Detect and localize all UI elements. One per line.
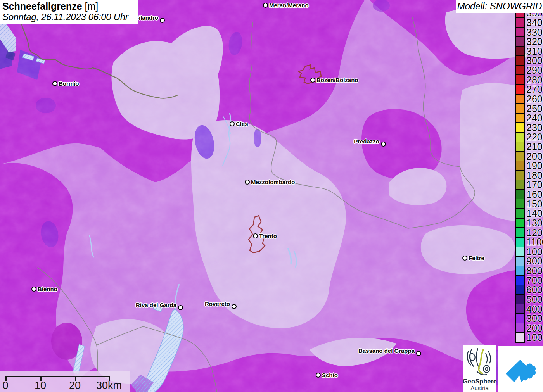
- colorbar-tick-label: 2400: [526, 113, 543, 123]
- colorbar-tick-label: 700: [526, 275, 543, 285]
- colorbar-cell: [515, 313, 525, 324]
- colorbar-tick-label: 2000: [526, 151, 543, 161]
- colorbar-tick-label: 2100: [526, 142, 543, 151]
- geosphere-country: Austria: [463, 385, 496, 392]
- colorbar-tick-label: 400: [526, 304, 543, 314]
- colorbar-tick-label: 2800: [526, 75, 543, 85]
- geosphere-name: GeoSphere: [463, 378, 496, 385]
- colorbar-cell: [515, 304, 525, 314]
- geosphere-logo: GeoSphere Austria: [463, 345, 496, 392]
- title-box: Schneefallgrenze [m] Sonntag, 26.11.2023…: [0, 0, 138, 24]
- colorbar-tick-label: 1100: [526, 237, 543, 247]
- scalebar-tick-label: 10: [35, 379, 46, 392]
- valid-datetime: Sonntag, 26.11.2023 06:00 Uhr: [2, 12, 136, 22]
- colorbar-cell: [515, 237, 525, 247]
- colorbar-cell: [515, 132, 525, 142]
- colorbar-tick-label: 1000: [526, 247, 543, 256]
- product-unit: [m]: [85, 1, 99, 12]
- colorbar-cell: [515, 84, 525, 95]
- colorbar-tick-label: 900: [526, 256, 543, 266]
- page-title: Schneefallgrenze [m]: [2, 1, 136, 12]
- colorbar-cell: [515, 46, 525, 56]
- colorbar-cell: [515, 103, 525, 114]
- colorbar-tick-label: 3300: [526, 27, 543, 37]
- colorbar-cell: [515, 227, 525, 238]
- colorbar-cell: [515, 285, 525, 295]
- colorbar-cell: [515, 74, 525, 85]
- colorbar-cell: [515, 151, 525, 161]
- colorbar-tick-label: 1800: [526, 170, 543, 180]
- colorbar-cell: [515, 256, 525, 266]
- model-label: Modell: SNOWGRID: [456, 0, 543, 13]
- colorbar-cell: [515, 208, 525, 219]
- colorbar-cell: [515, 332, 525, 343]
- snowfall-limit-map-page: Meran/MeranoSchlanders/SilandroBormioBoz…: [0, 0, 543, 392]
- colorbar-tick-label: 800: [526, 266, 543, 276]
- colorbar-cell: [515, 113, 525, 123]
- scalebar-tick-label: 20: [69, 379, 81, 392]
- colorbar-cell: [515, 275, 525, 285]
- colorbar-cell: [515, 36, 525, 47]
- colorbar-cell: [515, 65, 525, 76]
- colorbar-tick-label: 2700: [526, 85, 543, 94]
- colorbar-tick-label: 1500: [526, 199, 543, 209]
- geosphere-logo-icon: [466, 347, 494, 376]
- scalebar-line: [5, 376, 110, 377]
- colorbar-cell: [515, 247, 525, 257]
- colorbar-tick-label: 2500: [526, 104, 543, 113]
- scalebar-tick-label: 30km: [96, 379, 122, 392]
- colorbar-tick-label: 1900: [526, 161, 543, 171]
- colorbar-cell: [515, 170, 525, 181]
- scalebar: 0102030km: [0, 371, 130, 392]
- colorbar-tick-label: 200: [526, 323, 543, 333]
- scalebar-tick-label: 0: [2, 379, 8, 392]
- colorbar-tick-label: 1700: [526, 180, 543, 190]
- colorbar-cell: [515, 180, 525, 190]
- colorbar-tick-label: 3000: [526, 56, 543, 66]
- colorbar-cell: [515, 294, 525, 305]
- colorbar-tick-label: 2900: [526, 66, 543, 75]
- colorbar-cell: [515, 142, 525, 152]
- colorbar-cell: [515, 55, 525, 66]
- colorbar-cell: [515, 161, 525, 171]
- colorbar-tick-label: 3400: [526, 17, 543, 27]
- colorbar: 3500340033003200310030002900280027002600…: [0, 0, 543, 392]
- partner-logo: [498, 346, 543, 392]
- colorbar-tick-label: 1600: [526, 190, 543, 199]
- product-name: Schneefallgrenze: [2, 1, 82, 12]
- colorbar-cell: [515, 218, 525, 228]
- colorbar-tick-label: 3100: [526, 46, 543, 56]
- colorbar-tick-label: 2300: [526, 123, 543, 132]
- colorbar-cell: [515, 199, 525, 209]
- colorbar-tick-label: 1200: [526, 228, 543, 237]
- colorbar-tick-label: 100: [526, 333, 543, 342]
- colorbar-tick-label: 500: [526, 294, 543, 304]
- colorbar-tick-label: 2600: [526, 94, 543, 104]
- colorbar-cell: [515, 122, 525, 133]
- colorbar-tick-label: 1400: [526, 209, 543, 218]
- mountain-logo-icon: [503, 351, 538, 387]
- colorbar-tick-label: 300: [526, 314, 543, 323]
- colorbar-tick-label: 3200: [526, 37, 543, 47]
- colorbar-cell: [515, 266, 525, 276]
- colorbar-cell: [515, 94, 525, 104]
- colorbar-cell: [515, 27, 525, 37]
- colorbar-tick-label: 600: [526, 285, 543, 295]
- colorbar-tick-label: 1300: [526, 218, 543, 228]
- colorbar-cell: [515, 17, 525, 28]
- colorbar-cell: [515, 189, 525, 200]
- colorbar-cell: [515, 323, 525, 333]
- colorbar-tick-label: 2200: [526, 132, 543, 142]
